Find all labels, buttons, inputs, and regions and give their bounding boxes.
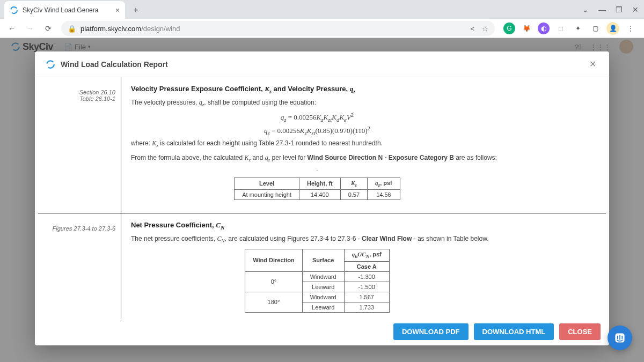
forward-button[interactable]: → (23, 21, 38, 36)
chat-icon (613, 331, 626, 344)
extensions-menu-icon[interactable]: ✦ (572, 23, 584, 34)
section-reference: Section 26.10 Table 26.10-1 (38, 77, 121, 213)
url-host: platform.skyciv.com (80, 25, 141, 33)
close-button[interactable]: CLOSE (559, 323, 601, 340)
address-bar[interactable]: 🔒 platform.skyciv.com/design/wind < ☆ (61, 21, 495, 36)
paragraph: From the formula above, the calculated K… (131, 153, 503, 164)
report-section-net-pressure: Figures 27.3-4 to 27.3-6 Net Pressure Co… (38, 213, 606, 318)
table-row: 180° Windward 1.567 (245, 292, 390, 302)
modal-footer: DOWNLOAD PDF DOWNLOAD HTML CLOSE (35, 318, 609, 345)
reload-button[interactable]: ⟳ (41, 21, 56, 36)
report-section-velocity-pressure: Section 26.10 Table 26.10-1 Velocity Pre… (38, 77, 606, 213)
tab-title: SkyCiv Wind Load Genera (23, 6, 111, 14)
equation: qz = 0.00256KzKzt(0.85)(0.970)(110)2 (131, 125, 503, 136)
download-html-button[interactable]: DOWNLOAD HTML (474, 323, 554, 340)
table-header-row: Wind Direction Surface qhGCN, psf (245, 249, 390, 261)
extension-icon[interactable]: ◐ (538, 23, 550, 34)
svg-rect-5 (619, 335, 620, 340)
skyciv-logo-icon (46, 60, 55, 69)
report-modal: Wind Load Calculation Report ✕ Section 2… (35, 51, 609, 345)
svg-point-2 (47, 61, 54, 68)
extension-icon[interactable]: ◻ (555, 23, 567, 34)
table-header-row: Level Height, ft Kz qz, psf (235, 178, 400, 189)
svg-rect-6 (621, 336, 623, 339)
new-tab-button[interactable]: + (128, 3, 143, 18)
modal-header: Wind Load Calculation Report ✕ (35, 51, 609, 77)
velocity-pressure-table: Level Height, ft Kz qz, psf At mounting … (234, 178, 400, 200)
browser-tab[interactable]: SkyCiv Wind Load Genera × (4, 1, 125, 19)
table-row: At mounting height 14.400 0.57 14.56 (235, 189, 400, 200)
extension-icon[interactable]: G (503, 23, 515, 34)
tab-bar: SkyCiv Wind Load Genera × + ⌄ — ❐ ✕ (0, 0, 644, 19)
download-pdf-button[interactable]: DOWNLOAD PDF (393, 323, 469, 340)
tab-dropdown-icon[interactable]: ⌄ (582, 5, 589, 14)
restore-icon[interactable]: ❐ (616, 5, 623, 14)
section-heading: Net Pressure Coefficient, CN (131, 221, 503, 231)
paragraph: The net pressure coefficients, CN, are c… (131, 234, 503, 245)
paragraph: The velocity pressures, qz, shall be com… (131, 98, 503, 109)
modal-title: Wind Load Calculation Report (61, 60, 168, 69)
table-continuation-mark: - (131, 167, 503, 173)
section-content: Net Pressure Coefficient, CN The net pre… (121, 213, 513, 318)
svg-rect-4 (617, 336, 618, 339)
extension-icon[interactable]: ▢ (589, 23, 601, 34)
modal-body[interactable]: Section 26.10 Table 26.10-1 Velocity Pre… (35, 77, 609, 318)
equation: qz = 0.00256KzKztKdKeV2 (131, 112, 503, 123)
profile-avatar[interactable]: 👤 (606, 22, 619, 35)
section-heading: Velocity Pressure Exposure Coefficient, … (131, 85, 503, 94)
modal-close-icon[interactable]: ✕ (587, 59, 598, 69)
minimize-icon[interactable]: — (598, 5, 606, 14)
net-pressure-table: Wind Direction Surface qhGCN, psf Case A… (245, 249, 390, 312)
chrome-menu-icon[interactable]: ⋮ (625, 23, 636, 34)
section-reference: Figures 27.3-4 to 27.3-6 (38, 213, 121, 318)
back-button[interactable]: ← (4, 21, 19, 36)
tab-close-icon[interactable]: × (115, 6, 120, 14)
nav-bar: ← → ⟳ 🔒 platform.skyciv.com/design/wind … (0, 19, 644, 38)
lock-icon: 🔒 (68, 25, 76, 33)
paragraph: where: Kz is calculated for each height … (131, 138, 503, 150)
url-path: /design/wind (141, 25, 180, 33)
table-row: 0° Windward -1.300 (245, 271, 390, 282)
metamask-icon[interactable]: 🦊 (521, 23, 532, 34)
section-content: Velocity Pressure Exposure Coefficient, … (121, 77, 513, 213)
svg-point-0 (11, 7, 17, 13)
close-window-icon[interactable]: ✕ (632, 5, 639, 14)
bookmark-icon[interactable]: ☆ (482, 25, 488, 33)
chat-launcher-button[interactable] (608, 326, 632, 350)
skyciv-favicon (10, 6, 18, 14)
extension-area: G 🦊 ◐ ◻ ✦ ▢ 👤 ⋮ (500, 22, 640, 35)
browser-chrome: SkyCiv Wind Load Genera × + ⌄ — ❐ ✕ ← → … (0, 0, 644, 38)
modal-overlay: Wind Load Calculation Report ✕ Section 2… (0, 38, 644, 362)
share-icon[interactable]: < (470, 25, 474, 33)
